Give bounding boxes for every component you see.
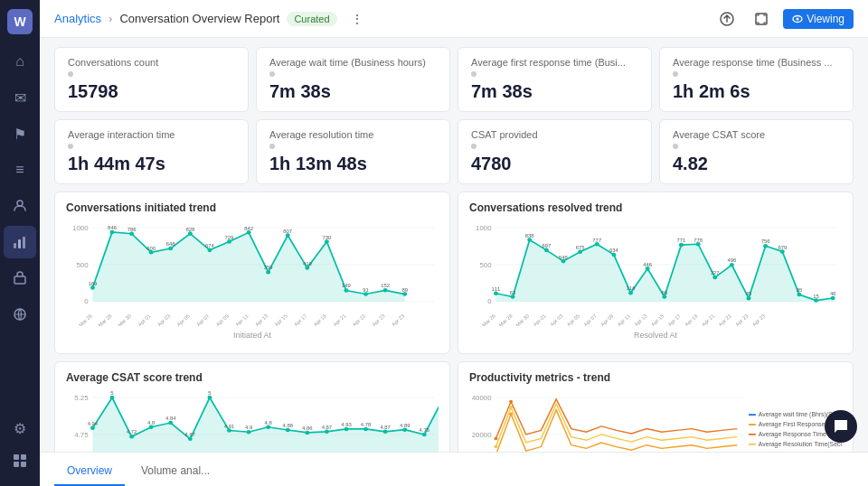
svg-text:Apr 07: Apr 07	[582, 313, 598, 326]
curated-badge: Curated	[287, 12, 336, 26]
svg-text:4.78: 4.78	[361, 422, 371, 427]
metrics-row-2: Average interaction time 1h 44m 47s Aver…	[54, 119, 854, 184]
svg-text:4.86: 4.86	[302, 426, 312, 432]
svg-text:778: 778	[693, 238, 703, 243]
svg-text:4.87: 4.87	[322, 425, 332, 430]
svg-text:Apr 11: Apr 11	[617, 313, 632, 326]
svg-text:648: 648	[166, 241, 175, 247]
svg-text:Apr 19: Apr 19	[312, 313, 327, 326]
sidebar-item-contacts[interactable]	[4, 190, 36, 222]
svg-text:111: 111	[492, 286, 501, 292]
svg-text:730: 730	[323, 235, 332, 240]
svg-text:66: 66	[662, 290, 668, 295]
svg-marker-20	[92, 232, 404, 302]
svg-point-89	[662, 294, 666, 299]
svg-text:0: 0	[84, 298, 88, 306]
metric-dot-3	[673, 71, 678, 77]
svg-text:Apr 19: Apr 19	[684, 313, 699, 326]
metric-dot-4	[68, 144, 73, 149]
chart-csat-title: Average CSAT score trend	[66, 371, 439, 384]
svg-text:Mar 28: Mar 28	[97, 313, 112, 326]
svg-text:5.25: 5.25	[74, 394, 88, 402]
svg-text:4.75: 4.75	[420, 427, 429, 433]
svg-text:4.84: 4.84	[165, 416, 175, 422]
chart-initiated-title: Conversations initiated trend	[66, 201, 439, 214]
svg-text:Apr 07: Apr 07	[195, 313, 211, 326]
sidebar-item-grid[interactable]	[4, 444, 36, 477]
svg-point-30	[266, 270, 270, 275]
svg-point-94	[747, 296, 751, 301]
svg-rect-222	[749, 444, 756, 445]
breadcrumb-current-page: Conversation Overview Report	[119, 12, 279, 25]
svg-point-32	[305, 266, 309, 270]
svg-text:697: 697	[542, 243, 551, 248]
chart-productivity-svg: 40000 20000 0	[469, 389, 842, 452]
sidebar-item-book[interactable]: ≡	[4, 154, 36, 186]
viewing-button[interactable]: Viewing	[783, 9, 854, 29]
svg-text:Mar 28: Mar 28	[497, 313, 513, 326]
sidebar-item-analytics[interactable]	[4, 226, 36, 258]
svg-text:500: 500	[76, 261, 88, 269]
svg-point-96	[780, 249, 785, 254]
svg-text:5: 5	[208, 391, 211, 397]
svg-point-27	[207, 248, 212, 253]
chart-resolved-trend: Conversations resolved trend 1000 500 0	[458, 192, 854, 354]
metric-value-4: 1h 44m 47s	[68, 153, 235, 174]
svg-rect-7	[21, 454, 26, 460]
svg-rect-220	[749, 434, 756, 435]
svg-point-85	[595, 242, 599, 247]
svg-text:95: 95	[797, 287, 803, 293]
svg-text:Apr 05: Apr 05	[566, 313, 581, 326]
svg-text:828: 828	[185, 227, 194, 232]
metric-label-5: Average resolution time	[269, 129, 437, 140]
svg-text:15: 15	[813, 294, 819, 299]
svg-text:5: 5	[110, 391, 113, 397]
tab-volume[interactable]: Volume anal...	[128, 457, 222, 486]
svg-text:40000: 40000	[472, 394, 492, 402]
svg-rect-1	[14, 243, 16, 248]
svg-text:675: 675	[576, 245, 585, 250]
svg-text:500: 500	[479, 261, 491, 269]
svg-point-95	[763, 244, 768, 248]
svg-text:777: 777	[592, 238, 601, 243]
metric-avg-response: Average response time (Business ... 1h 2…	[659, 47, 854, 112]
svg-text:118: 118	[627, 285, 636, 291]
fullscreen-button[interactable]	[749, 6, 774, 32]
sidebar-item-settings[interactable]: ⚙	[4, 412, 36, 444]
svg-text:4.94: 4.94	[88, 421, 98, 426]
svg-text:4.9: 4.9	[245, 425, 252, 431]
svg-text:Apr 22: Apr 22	[717, 313, 732, 326]
chat-bubble-button[interactable]	[825, 410, 857, 443]
page-header: Analytics › Conversation Overview Report…	[40, 0, 868, 38]
chart-csat-svg: 5.25 4.75 4.5	[66, 389, 439, 452]
sidebar-item-box[interactable]	[4, 262, 36, 294]
svg-rect-2	[18, 239, 21, 248]
svg-point-99	[831, 296, 835, 301]
sidebar-item-flag[interactable]: ⚑	[4, 117, 36, 150]
svg-point-151	[207, 396, 212, 400]
sidebar-item-home[interactable]: ⌂	[4, 45, 36, 78]
svg-point-146	[110, 396, 115, 400]
breadcrumb-analytics-link[interactable]: Analytics	[54, 12, 101, 25]
svg-text:Apr 22: Apr 22	[352, 313, 367, 326]
svg-text:Apr 23: Apr 23	[734, 313, 750, 326]
svg-text:807: 807	[283, 229, 292, 234]
svg-text:Mar 26: Mar 26	[78, 313, 93, 326]
svg-point-152	[227, 428, 231, 433]
tab-overview[interactable]: Overview	[54, 457, 125, 486]
svg-text:786: 786	[127, 227, 137, 232]
svg-text:Apr 23: Apr 23	[391, 313, 406, 326]
svg-text:20000: 20000	[472, 431, 492, 439]
chart-initiated-trend: Conversations initiated trend 1000 500 0	[54, 192, 450, 354]
svg-text:46: 46	[830, 292, 836, 297]
sidebar-item-globe[interactable]	[4, 298, 36, 331]
sidebar-item-inbox[interactable]: ✉	[4, 81, 36, 114]
dashboard-content: Conversations count 15798 Average wait t…	[40, 38, 868, 452]
svg-text:4.72: 4.72	[127, 429, 137, 435]
more-options-button[interactable]: ⋮	[344, 6, 370, 32]
upload-button[interactable]	[714, 6, 740, 32]
metric-dot-6	[471, 144, 476, 149]
svg-point-28	[227, 239, 231, 244]
metric-label-6: CSAT provided	[471, 129, 638, 140]
svg-point-23	[129, 231, 134, 236]
